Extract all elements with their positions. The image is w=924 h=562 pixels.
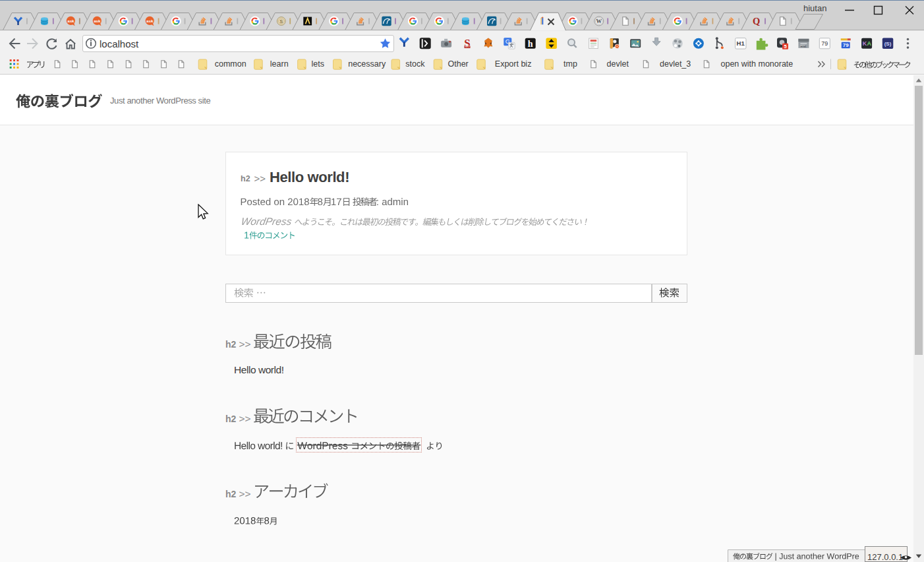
svg-text:h: h <box>528 39 533 49</box>
svg-text:5: 5 <box>784 44 786 49</box>
svg-text:SEO: SEO <box>465 46 470 48</box>
svg-text:HTML: HTML <box>801 46 807 48</box>
svg-text:A: A <box>867 40 871 47</box>
svg-text:H1: H1 <box>737 40 745 47</box>
svg-text:79: 79 <box>821 40 828 47</box>
svg-text:79: 79 <box>843 42 849 48</box>
svg-text:(S): (S) <box>884 41 892 47</box>
